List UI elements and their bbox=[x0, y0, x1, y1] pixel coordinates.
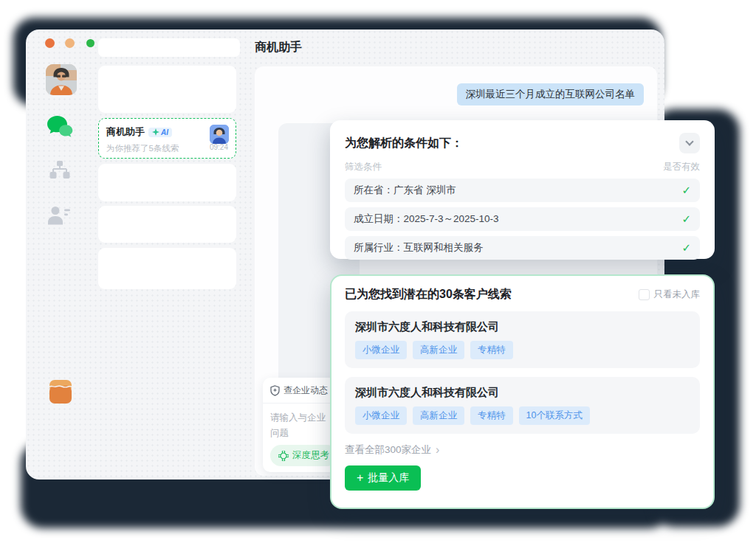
conversation-time: 09:24 bbox=[210, 143, 228, 151]
search-input[interactable] bbox=[98, 38, 240, 57]
company-tag: 10个联系方式 bbox=[519, 406, 590, 425]
filter-not-stored[interactable]: 只看未入库 bbox=[639, 288, 701, 301]
plus-icon: + bbox=[357, 471, 363, 485]
workbench-icon bbox=[49, 376, 72, 404]
close-button[interactable] bbox=[45, 38, 55, 48]
maximize-button[interactable] bbox=[86, 39, 94, 47]
condition-text: 成立日期：2025-7-3～2025-10-3 bbox=[354, 212, 499, 226]
batch-import-button[interactable]: + 批量入库 bbox=[345, 465, 421, 491]
condition-row: 成立日期：2025-7-3～2025-10-3 ✓ bbox=[345, 207, 700, 231]
list-item[interactable] bbox=[98, 164, 236, 201]
avatar-photo bbox=[46, 64, 77, 95]
sidebar-item-workbench[interactable] bbox=[49, 376, 72, 404]
org-chart-icon bbox=[49, 160, 71, 181]
chevron-right-icon: › bbox=[436, 444, 439, 456]
minimize-button[interactable] bbox=[65, 38, 75, 48]
page: 商机助手 bbox=[0, 0, 756, 554]
contacts-icon bbox=[47, 204, 71, 226]
valid-check-icon: ✓ bbox=[681, 212, 691, 226]
batch-import-label: 批量入库 bbox=[368, 471, 409, 485]
parse-conditions-card: 为您解析的条件如下： 筛选条件 是否有效 所在省：广东省 深圳市 ✓ 成立日期：… bbox=[330, 120, 715, 259]
list-item[interactable] bbox=[98, 248, 236, 289]
ai-badge: AI bbox=[148, 128, 172, 137]
company-tag: 专精特 bbox=[470, 341, 513, 359]
parse-card-title: 为您解析的条件如下： bbox=[345, 136, 463, 151]
list-item-selected[interactable]: 商机助手 AI 为你推荐了5条线索 09:24 bbox=[98, 118, 236, 159]
page-title: 商机助手 bbox=[255, 40, 302, 55]
company-name: 深圳市六度人和科技有限公司 bbox=[355, 320, 690, 334]
sidebar-item-org[interactable] bbox=[49, 160, 71, 181]
user-message-bubble: 深圳最近三个月成立的互联网公司名单 bbox=[457, 83, 645, 105]
chevron-down-icon bbox=[685, 137, 693, 145]
assistant-avatar bbox=[210, 125, 229, 144]
leads-card: 已为您找到潜在的30条客户线索 只看未入库 深圳市六度人和科技有限公司 小微企业… bbox=[330, 274, 715, 509]
sparkle-icon bbox=[152, 128, 159, 136]
company-name: 深圳市六度人和科技有限公司 bbox=[355, 386, 690, 400]
condition-row: 所在省：广东省 深圳市 ✓ bbox=[345, 179, 700, 202]
leads-card-title: 已为您找到潜在的30条客户线索 bbox=[345, 287, 512, 302]
company-activity-label: 查企业动态 bbox=[284, 384, 328, 397]
filter-label: 只看未入库 bbox=[654, 288, 701, 301]
chat-bubbles-icon bbox=[46, 115, 74, 139]
company-item[interactable]: 深圳市六度人和科技有限公司 小微企业 高新企业 专精特 10个联系方式 bbox=[345, 377, 700, 434]
deep-think-label: 深度思考 bbox=[292, 449, 329, 462]
company-tag: 小微企业 bbox=[355, 341, 407, 359]
collapse-button[interactable] bbox=[679, 133, 700, 153]
list-item[interactable] bbox=[98, 206, 236, 243]
company-tag: 高新企业 bbox=[413, 406, 464, 425]
sidebar-item-contacts[interactable] bbox=[47, 204, 71, 226]
view-all-label: 查看全部300家企业 bbox=[345, 443, 431, 457]
sidebar-item-messages[interactable] bbox=[46, 115, 74, 139]
view-all-link[interactable]: 查看全部300家企业 › bbox=[345, 443, 439, 457]
condition-text: 所属行业：互联网和相关服务 bbox=[354, 241, 484, 255]
conversation-name: 商机助手 bbox=[106, 125, 145, 139]
valid-check-icon: ✓ bbox=[681, 241, 691, 255]
condition-text: 所在省：广东省 深圳市 bbox=[354, 184, 456, 197]
ai-badge-label: AI bbox=[161, 128, 168, 136]
valid-check-icon: ✓ bbox=[681, 184, 691, 197]
column-header-filter: 筛选条件 bbox=[345, 161, 382, 173]
company-item[interactable]: 深圳市六度人和科技有限公司 小微企业 高新企业 专精特 bbox=[345, 311, 700, 368]
company-tag: 小微企业 bbox=[355, 406, 407, 425]
user-avatar[interactable] bbox=[46, 64, 77, 95]
company-tag: 专精特 bbox=[470, 406, 513, 425]
deep-think-toggle[interactable]: 深度思考 bbox=[270, 445, 337, 466]
company-tag: 高新企业 bbox=[413, 341, 464, 359]
list-item[interactable] bbox=[98, 66, 236, 113]
column-header-valid: 是否有效 bbox=[663, 161, 700, 173]
condition-row: 所属行业：互联网和相关服务 ✓ bbox=[345, 236, 700, 260]
molecule-icon bbox=[278, 451, 289, 461]
filter-checkbox[interactable] bbox=[639, 289, 650, 300]
shield-icon bbox=[270, 385, 280, 396]
